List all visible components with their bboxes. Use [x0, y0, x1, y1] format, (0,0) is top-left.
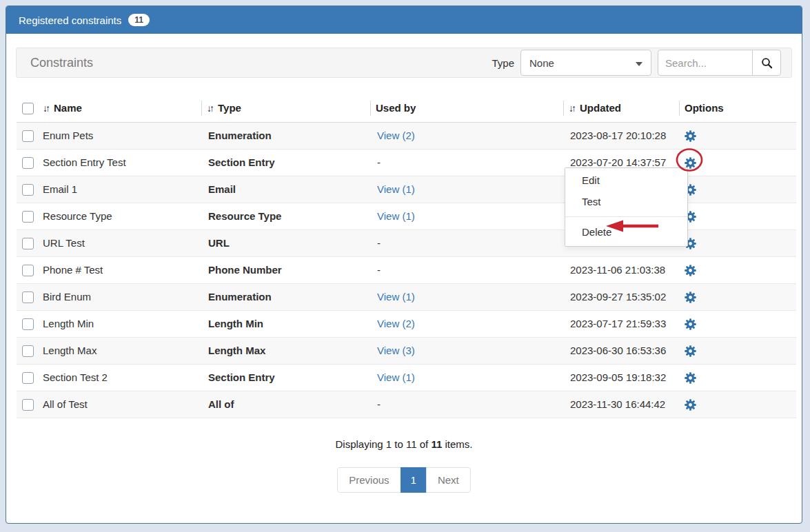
row-checkbox[interactable] [22, 372, 34, 384]
search-input[interactable] [658, 50, 753, 76]
constraint-type: Section Entry [208, 371, 275, 383]
constraint-name: Section Entry Test [43, 156, 126, 168]
sort-icon: ↓↑ [43, 103, 48, 114]
row-checkbox[interactable] [22, 399, 34, 411]
row-checkbox[interactable] [22, 265, 34, 276]
row-checkbox[interactable] [22, 291, 34, 303]
header-select-all [17, 94, 37, 122]
constraints-table: ↓↑Name ↓↑Type Used by ↓↑Updated Options [17, 94, 792, 418]
column-header-name[interactable]: ↓↑Name [37, 94, 201, 122]
constraint-type: Resource Type [208, 210, 281, 222]
select-all-checkbox[interactable] [22, 103, 34, 114]
used-by-view-link[interactable]: View (1) [377, 183, 415, 195]
constraint-name: Length Max [43, 345, 97, 356]
updated-timestamp: 2023-11-06 21:03:38 [570, 264, 665, 276]
options-gear-button[interactable] [685, 291, 696, 303]
menu-item-delete[interactable]: Delete [565, 221, 687, 243]
gear-icon [685, 265, 696, 276]
constraint-type: Phone Number [208, 264, 282, 276]
constraints-panel: Registered constraints 11 Constraints Ty… [6, 6, 802, 524]
constraint-name: URL Test [43, 237, 85, 249]
updated-timestamp: 2023-09-05 19:18:32 [570, 371, 666, 383]
menu-item-edit[interactable]: Edit [565, 170, 687, 191]
pagination-page-1[interactable]: 1 [401, 467, 427, 493]
gear-icon [685, 372, 696, 384]
row-checkbox[interactable] [22, 130, 34, 142]
used-by-view-link[interactable]: View (2) [377, 130, 415, 141]
row-checkbox[interactable] [22, 318, 34, 330]
type-filter-value: None [529, 57, 554, 69]
panel-header: Registered constraints 11 [6, 6, 802, 34]
row-checkbox[interactable] [22, 238, 34, 249]
updated-timestamp: 2023-09-27 15:35:02 [570, 291, 666, 303]
row-checkbox[interactable] [22, 157, 34, 169]
options-gear-button[interactable] [685, 399, 696, 411]
constraint-name: Resource Type [43, 210, 112, 222]
panel-title: Registered constraints [19, 14, 121, 26]
menu-item-test[interactable]: Test [565, 191, 687, 212]
used-by-view-link[interactable]: View (2) [377, 318, 415, 329]
constraint-name: Section Test 2 [43, 371, 108, 383]
table-header-row: ↓↑Name ↓↑Type Used by ↓↑Updated Options [17, 94, 796, 122]
constraint-type: URL [208, 237, 230, 249]
constraint-name: Phone # Test [43, 264, 103, 276]
gear-icon [685, 345, 696, 357]
constraint-name: Enum Pets [43, 130, 93, 141]
gear-icon [685, 399, 696, 411]
table-row: Bird EnumEnumerationView (1)2023-09-27 1… [17, 283, 796, 310]
used-by-none: - [377, 264, 381, 276]
options-dropdown-menu: Edit Test Delete [565, 167, 688, 247]
used-by-view-link[interactable]: View (1) [377, 291, 415, 303]
options-gear-button[interactable] [685, 372, 696, 384]
updated-timestamp: 2023-08-17 20:10:28 [570, 130, 666, 141]
used-by-none: - [377, 156, 381, 168]
column-header-updated[interactable]: ↓↑Updated [563, 94, 679, 122]
table-row: Length MinLength MinView (2)2023-07-17 2… [17, 310, 796, 337]
used-by-none: - [377, 398, 381, 410]
constraint-name: All of Test [43, 398, 88, 410]
type-filter-select[interactable]: None [520, 50, 651, 76]
column-header-options: Options [679, 94, 796, 122]
search-icon [761, 57, 773, 69]
row-checkbox[interactable] [22, 345, 34, 357]
table-toolbar: Constraints Type None [16, 48, 792, 78]
constraint-name: Email 1 [43, 183, 77, 195]
table-row: All of TestAll of-2023-11-30 16:44:42 [17, 391, 796, 418]
constraint-type: Length Max [208, 345, 265, 356]
row-checkbox[interactable] [22, 184, 34, 196]
table-row: Section Test 2Section EntryView (1)2023-… [17, 364, 796, 391]
table-body: Enum PetsEnumerationView (2)2023-08-17 2… [17, 122, 796, 418]
column-header-type[interactable]: ↓↑Type [201, 94, 370, 122]
chevron-down-icon [636, 62, 642, 66]
pagination-previous[interactable]: Previous [337, 467, 401, 493]
constraint-type: Length Min [208, 318, 263, 329]
updated-timestamp: 2023-11-30 16:44:42 [570, 398, 665, 410]
options-gear-button[interactable] [685, 265, 696, 276]
sort-icon: ↓↑ [569, 103, 574, 114]
type-filter-label: Type [492, 57, 514, 69]
gear-icon [685, 291, 696, 303]
pagination: Previous 1 Next [6, 467, 802, 493]
row-checkbox[interactable] [22, 211, 34, 223]
used-by-none: - [377, 237, 381, 249]
results-summary: Displaying 1 to 11 of 11 items. [6, 438, 802, 450]
options-gear-button[interactable] [685, 318, 696, 330]
used-by-view-link[interactable]: View (1) [377, 210, 415, 222]
options-gear-button[interactable] [685, 130, 696, 142]
count-badge: 11 [128, 14, 150, 26]
sort-icon: ↓↑ [207, 103, 212, 114]
used-by-view-link[interactable]: View (3) [377, 345, 415, 356]
pagination-next[interactable]: Next [426, 467, 471, 493]
constraint-name: Length Min [43, 318, 94, 329]
constraint-name: Bird Enum [43, 291, 91, 303]
menu-divider [565, 216, 687, 217]
constraint-type: Email [208, 183, 236, 195]
gear-icon [685, 130, 696, 142]
search-button[interactable] [752, 50, 781, 76]
options-gear-button[interactable] [685, 345, 696, 357]
constraint-type: Enumeration [208, 130, 272, 141]
used-by-view-link[interactable]: View (1) [377, 371, 415, 383]
table-row: Enum PetsEnumerationView (2)2023-08-17 2… [17, 122, 796, 149]
table-row: Length MaxLength MaxView (3)2023-06-30 1… [17, 337, 796, 364]
toolbar-title: Constraints [30, 56, 93, 70]
